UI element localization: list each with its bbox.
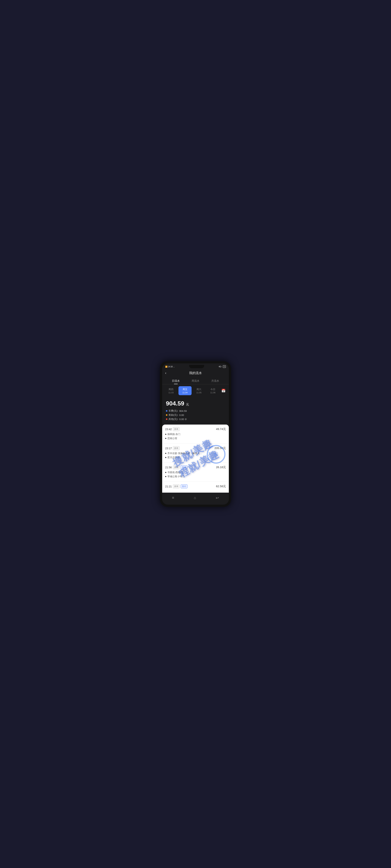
day-thursday[interactable]: 周四 11.03 <box>164 386 178 395</box>
phone-screen: 📶 14:16 ... 4G↑ 72 ‹ 我的流水 日流水 周流水 <box>162 363 229 505</box>
signal-4g: 4G↑ <box>219 366 222 368</box>
day-selector: 周四 11.03 周五 11.04 周六 11.05 今日 11.06 📅 <box>162 384 229 397</box>
notch <box>189 365 204 368</box>
transaction-meta: 21:21 派单 垫付 <box>165 485 188 488</box>
battery-indicator: 72 <box>223 365 226 368</box>
day-today[interactable]: 今日 11.06 <box>206 386 220 395</box>
fare-dot <box>166 410 167 412</box>
total-amount: 904.59 元 <box>166 400 225 407</box>
route-dot <box>165 434 166 435</box>
amount-details: 车费(元): 904.59 奖励(元): 0.00 其他(元): 0.00 ② <box>166 409 225 421</box>
transaction-meta: 21:56 派单 垫付 <box>165 465 188 469</box>
menu-button[interactable]: ≡ <box>168 495 178 501</box>
summary-section: 904.59 元 车费(元): 904.59 奖励(元): 0.00 其他(元)… <box>162 397 229 425</box>
signal-icon: 📶 <box>165 366 167 368</box>
back-nav-button[interactable]: ↩ <box>212 495 223 501</box>
status-bar: 📶 14:16 ... 4G↑ 72 <box>162 363 229 369</box>
route-to: 星月总部湾 <box>165 456 226 459</box>
status-left: 📶 14:16 ... <box>165 366 175 368</box>
route-dot <box>165 453 166 454</box>
route-dot <box>165 472 166 473</box>
transaction-item: 23:17 派单 205.50元 齐丰佳宴·淮扬融合菜（解放大… 星月总部湾 <box>162 444 229 463</box>
route-to: 莘城公寓-3号门 <box>165 475 226 478</box>
tab-weekly[interactable]: 周流水 <box>189 378 202 384</box>
route-to: 思南公馆 <box>165 437 226 440</box>
day-friday[interactable]: 周五 11.04 <box>178 386 192 395</box>
phone-frame: 📶 14:16 ... 4G↑ 72 ‹ 我的流水 日流水 周流水 <box>160 361 231 507</box>
calendar-button[interactable]: 📅 <box>220 388 227 394</box>
fare-row: 车费(元): 904.59 <box>166 409 225 412</box>
bonus-dot <box>166 414 167 416</box>
transaction-meta: 23:42 派单 <box>165 427 179 431</box>
tab-monthly[interactable]: 月流水 <box>208 378 222 384</box>
advance-tag: 垫付 <box>181 485 188 488</box>
bonus-row: 奖励(元): 0.00 <box>166 413 225 417</box>
transaction-header: 21:56 派单 垫付 26.18元 <box>165 465 226 469</box>
transaction-item: 21:56 派单 垫付 26.18元 书香苑-西南门 莘城公寓-3号门 <box>162 463 229 482</box>
route-from: 御翠园-东门 <box>165 433 226 436</box>
dispatch-tag: 派单 <box>173 427 179 431</box>
tab-daily[interactable]: 日流水 <box>169 378 183 384</box>
transaction-list: 23:42 派单 49.74元 御翠园-东门 思南公馆 <box>162 425 229 493</box>
advance-tag: 垫付 <box>181 465 188 469</box>
route-dot <box>165 476 166 477</box>
home-button[interactable]: ⌂ <box>190 495 200 501</box>
dispatch-tag: 派单 <box>173 465 179 469</box>
transaction-header: 23:17 派单 205.50元 <box>165 446 226 450</box>
status-right: 4G↑ 72 <box>219 365 226 368</box>
page-title: 我的流水 <box>189 371 202 375</box>
other-dot <box>166 418 167 420</box>
dispatch-tag: 派单 <box>173 485 179 488</box>
transaction-item: 21:21 派单 垫付 62.58元 <box>162 482 229 493</box>
transaction-section: 搜就/美趣程就/美趣 程 23:42 派单 49.74元 <box>162 425 229 493</box>
transaction-item: 23:42 派单 49.74元 御翠园-东门 思南公馆 <box>162 425 229 444</box>
tab-bar: 日流水 周流水 月流水 <box>162 377 229 384</box>
route-from: 书香苑-西南门 <box>165 471 226 474</box>
header: ‹ 我的流水 <box>162 369 229 377</box>
back-button[interactable]: ‹ <box>165 371 166 375</box>
transaction-header: 21:21 派单 垫付 62.58元 <box>165 485 226 488</box>
other-row: 其他(元): 0.00 ② <box>166 417 225 421</box>
route-dot <box>165 457 166 458</box>
bottom-nav: ≡ ⌂ ↩ <box>162 493 229 505</box>
transaction-header: 23:42 派单 49.74元 <box>165 427 226 431</box>
transaction-meta: 23:17 派单 <box>165 446 179 450</box>
time-display: 14:16 ... <box>168 366 175 368</box>
dispatch-tag: 派单 <box>173 446 179 450</box>
day-saturday[interactable]: 周六 11.05 <box>192 386 205 395</box>
route-dot <box>165 438 166 439</box>
route-from: 齐丰佳宴·淮扬融合菜（解放大… <box>165 452 226 455</box>
